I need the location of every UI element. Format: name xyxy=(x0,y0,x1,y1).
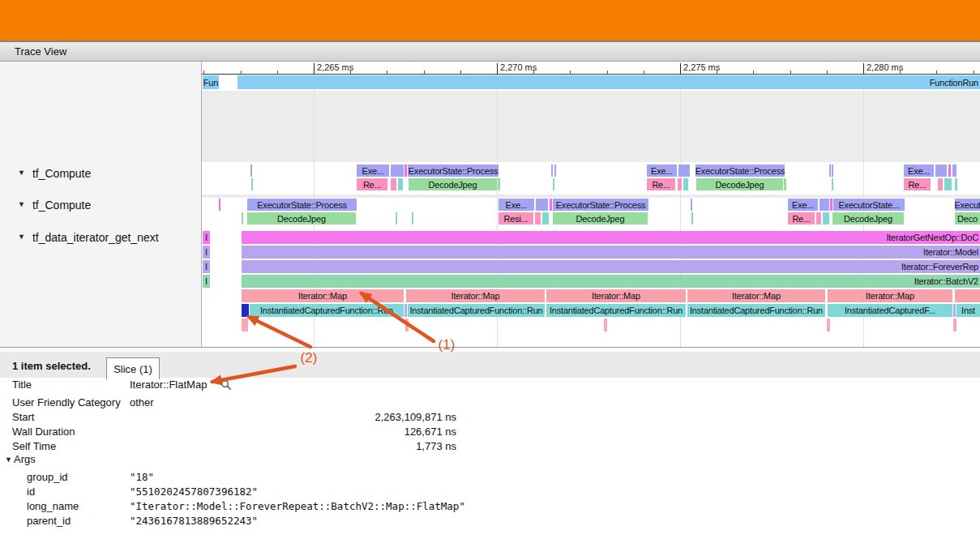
trace-slice[interactable]: DecodeJpeg xyxy=(247,212,356,225)
trace-slice[interactable]: Resi... xyxy=(499,212,533,225)
disclosure-triangle-icon[interactable]: ▼ xyxy=(18,233,25,241)
trace-slice[interactable]: ExecutorState... xyxy=(833,199,905,211)
trace-slice[interactable]: FunctionRun xyxy=(238,75,980,89)
trace-slice[interactable]: Iterator::Map xyxy=(546,289,686,302)
tab-slice[interactable]: Slice (1) xyxy=(106,357,160,379)
trace-slice[interactable] xyxy=(536,199,548,211)
trace-slice[interactable]: DecodeJpeg xyxy=(553,212,648,225)
trace-slice[interactable]: Re... xyxy=(357,178,387,190)
trace-slice[interactable]: I xyxy=(203,260,210,273)
trace-slice[interactable]: InstantiatedCapturedFunction::Run xyxy=(250,304,404,317)
trace-slice[interactable]: Re... xyxy=(904,178,931,190)
trace-slice[interactable]: Iterator::Map xyxy=(687,289,825,302)
sidebar-track[interactable]: ▼tf_data_iterator_get_next xyxy=(18,231,159,244)
trace-slice[interactable] xyxy=(398,178,403,190)
trace-slice[interactable] xyxy=(935,165,947,177)
trace-slice[interactable] xyxy=(412,212,413,225)
trace-slice[interactable] xyxy=(554,165,556,177)
trace-slice[interactable] xyxy=(242,319,248,331)
timeline-canvas[interactable]: FunFunctionRunExe...ExecutorState::Proce… xyxy=(202,75,980,347)
trace-slice[interactable] xyxy=(944,178,952,190)
trace-slice[interactable]: InstantiatedCapturedFunction::Run xyxy=(408,304,545,317)
trace-slice[interactable] xyxy=(219,199,220,211)
trace-slice[interactable]: I xyxy=(203,275,210,288)
trace-slice[interactable] xyxy=(678,165,690,177)
trace-slice[interactable]: DecodeJpeg xyxy=(696,178,783,190)
trace-slice[interactable] xyxy=(550,199,552,211)
trace-slice[interactable] xyxy=(391,165,404,177)
trace-slice[interactable] xyxy=(953,319,956,331)
trace-slice[interactable] xyxy=(691,199,692,211)
trace-slice[interactable]: Iterator::ForeverRep xyxy=(242,260,980,273)
disclosure-triangle-icon[interactable]: ▼ xyxy=(18,200,25,208)
trace-slice[interactable] xyxy=(691,212,693,225)
trace-slice[interactable] xyxy=(542,212,549,225)
trace-slice[interactable]: Execut xyxy=(955,199,980,211)
trace-slice[interactable] xyxy=(830,199,832,211)
trace-slice[interactable]: ExecutorState::Process xyxy=(408,165,499,177)
trace-slice[interactable] xyxy=(242,212,243,225)
trace-slice[interactable]: ExecutorState::Process xyxy=(553,199,648,211)
trace-slice[interactable] xyxy=(955,289,980,302)
sidebar-track[interactable]: ▼tf_Compute xyxy=(18,199,91,212)
trace-slice[interactable]: Exe... xyxy=(788,199,818,211)
collapse-triangle-icon[interactable]: ▼ xyxy=(5,452,12,467)
trace-slice[interactable]: DecodeJpeg xyxy=(409,178,497,190)
trace-slice[interactable]: DecodeJpeg xyxy=(832,212,904,225)
trace-slice[interactable] xyxy=(952,165,956,177)
trace-slice[interactable]: I xyxy=(203,231,210,244)
trace-slice[interactable]: Iterator::Map xyxy=(406,289,545,302)
trace-slice[interactable]: Exe... xyxy=(499,199,534,211)
trace-slice[interactable] xyxy=(823,212,829,225)
trace-slice[interactable] xyxy=(553,178,554,190)
trace-slice[interactable] xyxy=(955,178,957,190)
trace-slice[interactable] xyxy=(678,178,682,190)
trace-slice[interactable]: IteratorGetNextOp::DoC xyxy=(242,231,980,244)
trace-slice[interactable]: Exe... xyxy=(904,165,934,177)
trace-slice[interactable] xyxy=(820,199,829,211)
trace-slice[interactable] xyxy=(404,304,407,317)
sidebar-track[interactable]: ▼tf_Compute xyxy=(18,167,91,180)
trace-slice[interactable]: ExecutorState::Process xyxy=(695,165,785,177)
trace-slice[interactable]: Iterator::Map xyxy=(242,289,404,302)
trace-slice[interactable]: Re... xyxy=(647,178,675,190)
trace-slice[interactable] xyxy=(242,304,249,317)
trace-slice[interactable]: Iterator::Model xyxy=(242,246,980,259)
trace-slice[interactable] xyxy=(396,212,397,225)
args-label: Args xyxy=(14,452,36,467)
trace-slice[interactable] xyxy=(551,165,553,177)
trace-slice[interactable]: InstantiatedCapturedFunction::Run xyxy=(687,304,825,317)
trace-slice[interactable] xyxy=(683,178,688,190)
trace-slice[interactable] xyxy=(535,212,541,225)
trace-slice[interactable] xyxy=(404,165,407,177)
trace-slice[interactable] xyxy=(784,178,786,190)
trace-slice[interactable] xyxy=(250,165,252,177)
trace-slice[interactable] xyxy=(948,165,951,177)
trace-slice[interactable] xyxy=(953,304,956,317)
trace-slice[interactable]: Exe... xyxy=(357,165,389,177)
trace-slice[interactable] xyxy=(938,178,943,190)
trace-slice[interactable]: Exe... xyxy=(647,165,677,177)
trace-slice[interactable] xyxy=(405,319,409,331)
trace-slice[interactable] xyxy=(498,178,500,190)
trace-slice[interactable]: Fun xyxy=(203,75,219,89)
trace-slice[interactable]: Re... xyxy=(788,212,815,225)
trace-slice[interactable] xyxy=(251,178,253,190)
trace-slice[interactable]: Deco xyxy=(955,212,980,225)
trace-slice[interactable] xyxy=(832,178,833,190)
trace-slice[interactable] xyxy=(827,319,830,331)
trace-slice[interactable] xyxy=(829,165,831,177)
trace-slice[interactable]: InstantiatedCapturedF... xyxy=(828,304,952,317)
trace-slice[interactable]: I xyxy=(203,246,210,259)
search-icon[interactable] xyxy=(220,379,232,391)
trace-slice[interactable]: InstantiatedCapturedFunction::Run xyxy=(546,304,686,317)
trace-slice[interactable]: ExecutorState::Process xyxy=(247,199,357,211)
trace-slice[interactable] xyxy=(604,319,607,331)
trace-slice[interactable]: Iterator::Map xyxy=(828,289,952,302)
trace-slice[interactable] xyxy=(391,178,396,190)
disclosure-triangle-icon[interactable]: ▼ xyxy=(18,169,25,177)
trace-slice[interactable] xyxy=(816,212,821,225)
trace-slice[interactable] xyxy=(832,165,833,177)
trace-slice[interactable]: Iterator::BatchV2 xyxy=(242,275,980,288)
trace-slice[interactable]: Inst xyxy=(956,304,980,317)
